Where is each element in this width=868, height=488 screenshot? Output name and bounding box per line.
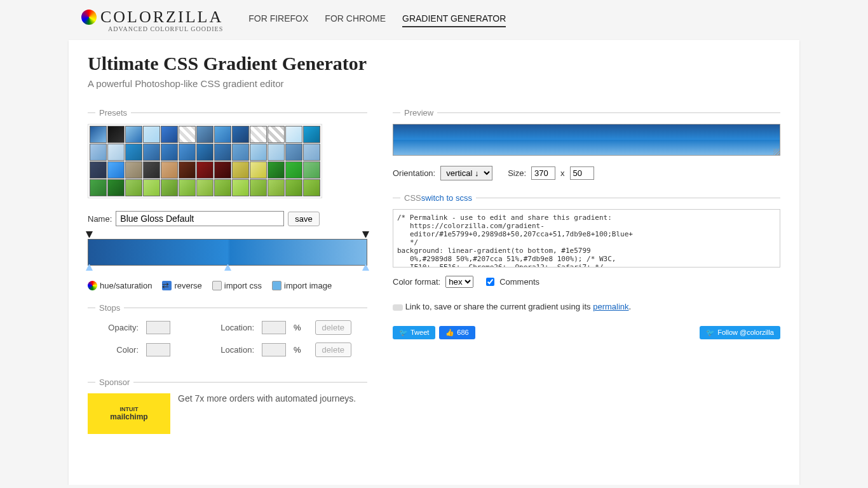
preset-swatch[interactable] [143,144,160,161]
opacity-stop-end[interactable] [362,231,369,240]
preset-swatch[interactable] [250,126,267,143]
save-button[interactable]: save [288,212,319,226]
preset-swatch[interactable] [214,161,231,179]
preset-swatch[interactable] [303,144,320,161]
preset-swatch[interactable] [161,179,178,196]
import-image-tool[interactable]: import image [272,281,332,290]
preset-swatch[interactable] [125,126,142,143]
preset-swatch[interactable] [161,126,178,143]
preset-swatch[interactable] [285,179,302,196]
opacity-location-label: Location: [203,323,254,332]
color-label: Color: [88,345,139,355]
color-location-label: Location: [203,345,254,355]
color-input[interactable] [146,343,170,356]
preset-swatch[interactable] [250,179,267,196]
import-css-tool[interactable]: import css [212,281,262,290]
preset-swatch[interactable] [268,179,285,196]
sponsor-ad[interactable]: INTUIT mailchimp [88,393,170,434]
color-stop-100[interactable] [362,264,369,273]
preset-swatch[interactable] [143,161,160,179]
preset-swatch[interactable] [303,179,320,196]
name-label: Name: [88,214,112,224]
nav-gradient-generator[interactable]: GRADIENT GENERATOR [402,13,506,27]
preset-swatch[interactable] [268,144,285,161]
preset-swatch[interactable] [125,161,142,179]
opacity-input[interactable] [146,321,170,334]
page-subtitle: A powerful Photoshop-like CSS gradient e… [88,78,780,89]
preset-swatch[interactable] [232,161,249,179]
preset-swatch[interactable] [143,126,160,143]
opacity-delete-button[interactable]: delete [315,320,351,335]
color-delete-button[interactable]: delete [315,342,351,357]
comments-checkbox[interactable] [486,278,494,286]
preset-swatch[interactable] [232,126,249,143]
width-input[interactable] [531,166,555,180]
import-css-icon [212,281,222,290]
preset-swatch[interactable] [232,179,249,196]
preset-swatch[interactable] [125,144,142,161]
color-stop-50[interactable] [224,264,231,273]
height-input[interactable] [570,166,594,180]
name-input[interactable] [116,211,284,226]
resize-grip-icon[interactable] [773,149,780,155]
preset-swatch[interactable] [107,126,125,143]
logo[interactable]: COLORZILLA ADVANCED COLORFUL GOODIES [81,8,223,32]
preset-swatch[interactable] [161,161,178,179]
preset-swatch[interactable] [285,144,302,161]
orientation-select[interactable]: vertical ↓ [440,166,492,180]
follow-button[interactable]: 🐦Follow @colorzilla [700,326,780,339]
preset-swatch[interactable] [303,126,320,143]
css-output[interactable]: /* Permalink - use to edit and share thi… [393,209,780,268]
preset-swatch[interactable] [196,179,214,196]
preset-swatch[interactable] [107,179,125,196]
opacity-location-input[interactable] [262,321,286,334]
nav-firefox[interactable]: FOR FIREFOX [248,13,308,27]
preset-swatch[interactable] [90,179,107,196]
preset-swatch[interactable] [179,126,196,143]
color-format-select[interactable]: hex [445,276,473,288]
opacity-stop-start[interactable] [86,231,93,240]
permalink-link[interactable]: permalink [593,302,628,311]
preset-swatch[interactable] [161,144,178,161]
preset-swatch[interactable] [90,144,107,161]
preset-swatch[interactable] [196,161,214,179]
preset-swatch[interactable] [107,144,125,161]
preset-swatch[interactable] [143,179,160,196]
preset-swatch[interactable] [250,161,267,179]
preset-swatch[interactable] [107,161,125,179]
permalink-prefix: Link to, save or share the current gradi… [405,302,593,311]
preset-swatch[interactable] [90,161,107,179]
preset-swatch[interactable] [285,126,302,143]
preset-swatch[interactable] [196,144,214,161]
preset-swatch[interactable] [179,179,196,196]
preset-swatch[interactable] [179,161,196,179]
preset-swatch[interactable] [268,161,285,179]
preset-swatch[interactable] [214,144,231,161]
preset-swatch[interactable] [125,179,142,196]
tweet-button[interactable]: 🐦Tweet [393,326,435,339]
preset-swatch[interactable] [196,126,214,143]
preset-swatch[interactable] [90,126,107,143]
preset-swatch[interactable] [214,179,231,196]
preset-swatch[interactable] [285,161,302,179]
stops-legend: Stops [99,303,120,313]
hue-saturation-tool[interactable]: hue/saturation [88,281,152,290]
comments-label: Comments [499,277,539,287]
color-location-input[interactable] [262,343,286,356]
presets-grid [88,124,322,198]
import-image-icon [272,281,281,290]
sponsor-legend: Sponsor [99,377,130,387]
like-button[interactable]: 👍686 [439,326,475,339]
gradient-bar[interactable] [88,239,367,266]
preset-swatch[interactable] [303,161,320,179]
preset-swatch[interactable] [232,144,249,161]
preset-swatch[interactable] [214,126,231,143]
preview-box [393,124,780,156]
preset-swatch[interactable] [179,144,196,161]
color-stop-0[interactable] [86,264,93,273]
nav-chrome[interactable]: FOR CHROME [325,13,386,27]
preset-swatch[interactable] [268,126,285,143]
reverse-tool[interactable]: ⇄reverse [162,281,201,290]
preset-swatch[interactable] [250,144,267,161]
switch-to-scss-link[interactable]: switch to scss [421,193,472,203]
